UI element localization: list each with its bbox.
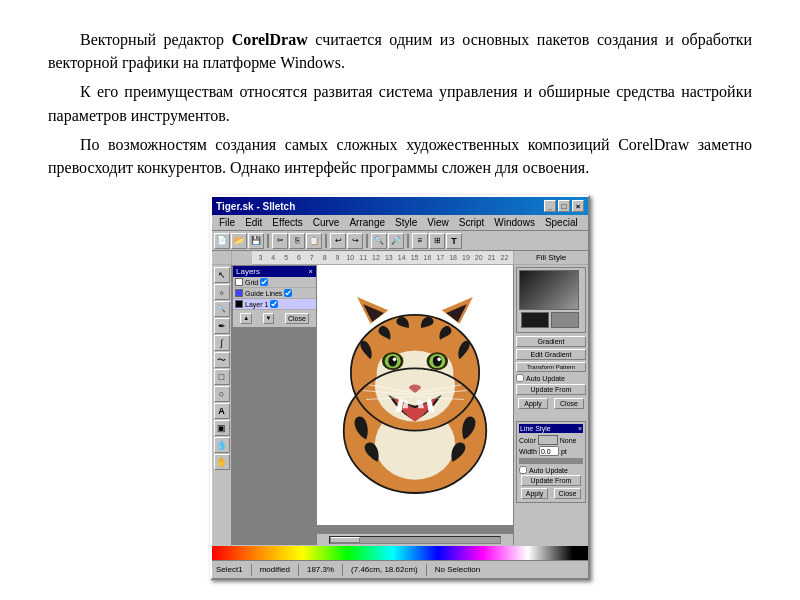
layer-add-btn[interactable]: ▲: [240, 313, 252, 324]
btn-apply[interactable]: Apply: [518, 398, 548, 409]
window-controls[interactable]: _ □ ×: [544, 200, 584, 212]
scroll-thumb-h[interactable]: [330, 537, 360, 543]
line-width-input[interactable]: [539, 446, 559, 456]
layers-row-guide: Guide Lines: [233, 288, 316, 299]
btn-update-from[interactable]: Update From: [516, 384, 586, 395]
tool-text[interactable]: A: [214, 403, 230, 419]
tool-fill[interactable]: ▣: [214, 420, 230, 436]
tool-node[interactable]: ⬦: [214, 284, 230, 300]
ruler-7: 7: [305, 254, 318, 261]
ruler-18: 18: [447, 254, 460, 261]
menu-windows[interactable]: Windows: [489, 217, 540, 228]
tool-zoom[interactable]: 🔍: [214, 301, 230, 317]
ruler-21: 21: [485, 254, 498, 261]
tool-ellipse[interactable]: ○: [214, 386, 230, 402]
p3-text: По возможностям создания самых сложных х…: [48, 136, 752, 176]
line-style-close[interactable]: ×: [578, 425, 582, 432]
fill-swatch-gray[interactable]: [551, 312, 579, 328]
menu-file[interactable]: File: [214, 217, 240, 228]
window-title: Tiger.sk - Slletch: [216, 201, 295, 212]
menu-style[interactable]: Style: [390, 217, 422, 228]
svg-point-15: [433, 356, 442, 367]
line-auto-checkbox[interactable]: [519, 466, 527, 474]
layer-vis-guide[interactable]: [284, 289, 292, 297]
svg-point-16: [393, 358, 397, 362]
tb-new[interactable]: 📄: [214, 233, 230, 249]
line-auto-row: Auto Update: [519, 466, 583, 474]
ruler-horizontal: 3 4 5 6 7 8 9 10 11 12 13 14 15 16: [252, 251, 513, 265]
btn-update-from-line[interactable]: Update From: [521, 475, 581, 486]
menu-view[interactable]: View: [422, 217, 454, 228]
tool-bezier[interactable]: ∫: [214, 335, 230, 351]
menu-special[interactable]: Special: [540, 217, 583, 228]
tool-eyedrop[interactable]: 💧: [214, 437, 230, 453]
scroll-track-h[interactable]: [329, 536, 501, 544]
auto-update-label: Auto Update: [526, 375, 565, 382]
color-palette[interactable]: [212, 546, 588, 560]
btn-edit-gradient[interactable]: Edit Gradient: [516, 349, 586, 360]
ruler-12: 12: [370, 254, 383, 261]
ruler-8: 8: [318, 254, 331, 261]
scrollbar-horizontal[interactable]: [317, 533, 513, 545]
btn-close-line[interactable]: Close: [554, 488, 581, 499]
btn-gradient[interactable]: Gradient: [516, 336, 586, 347]
fill-swatch-black[interactable]: [521, 312, 549, 328]
btn-apply-line[interactable]: Apply: [521, 488, 548, 499]
tb-cut[interactable]: ✂: [272, 233, 288, 249]
layer-vis-1[interactable]: [270, 300, 278, 308]
layers-title: Layers ×: [233, 266, 316, 277]
menu-script[interactable]: Script: [454, 217, 490, 228]
tb-redo[interactable]: ↪: [347, 233, 363, 249]
line-none-label: None: [560, 437, 577, 444]
paragraph-1: Векторный редактор CorelDraw считается о…: [48, 28, 752, 74]
line-color-swatch[interactable]: [538, 435, 558, 445]
tb-undo[interactable]: ↩: [330, 233, 346, 249]
tb-zoom-in[interactable]: 🔍: [371, 233, 387, 249]
status-sep3: [342, 564, 343, 576]
tb-sep4: [407, 234, 409, 248]
tool-rect[interactable]: □: [214, 369, 230, 385]
btn-close-fill[interactable]: Close: [554, 398, 584, 409]
p1-text1: Векторный редактор: [80, 31, 232, 48]
tool-freehand[interactable]: 〜: [214, 352, 230, 368]
tb-text-tool[interactable]: T: [446, 233, 462, 249]
btn-transform-pattern[interactable]: Transform Pattern: [516, 362, 586, 372]
auto-update-checkbox[interactable]: [516, 374, 524, 382]
tb-paste[interactable]: 📋: [306, 233, 322, 249]
line-style-title: Line Style ×: [519, 424, 583, 433]
menu-curve[interactable]: Curve: [308, 217, 345, 228]
tool-hand[interactable]: ✋: [214, 454, 230, 470]
menu-arrange[interactable]: Arrange: [344, 217, 390, 228]
tb-open[interactable]: 📂: [231, 233, 247, 249]
status-sep4: [426, 564, 427, 576]
maximize-button[interactable]: □: [558, 200, 570, 212]
layer-del-btn[interactable]: ▼: [263, 313, 275, 324]
tb-zoom-out[interactable]: 🔎: [388, 233, 404, 249]
tool-select[interactable]: ↖: [214, 267, 230, 283]
tb-save[interactable]: 💾: [248, 233, 264, 249]
layer-vis-grid[interactable]: [260, 278, 268, 286]
line-auto-label: Auto Update: [529, 467, 568, 474]
ruler-corner: [212, 251, 232, 265]
page: Векторный редактор CorelDraw считается о…: [0, 0, 800, 600]
paragraph-3: По возможностям создания самых сложных х…: [48, 133, 752, 179]
status-sep2: [298, 564, 299, 576]
tb-group[interactable]: ⊞: [429, 233, 445, 249]
menu-effects[interactable]: Effects: [267, 217, 307, 228]
layer-color-grid: [235, 278, 243, 286]
menu-edit[interactable]: Edit: [240, 217, 267, 228]
line-apply-close: Apply Close: [519, 487, 583, 500]
ruler-9: 9: [331, 254, 344, 261]
close-button[interactable]: ×: [572, 200, 584, 212]
ruler-10: 10: [344, 254, 357, 261]
tool-pen[interactable]: ✒: [214, 318, 230, 334]
layer-close-btn[interactable]: Close: [285, 313, 309, 324]
line-style-panel: Line Style × Color None Width pt: [516, 421, 586, 503]
ruler-5: 5: [280, 254, 293, 261]
tb-copy[interactable]: ⎘: [289, 233, 305, 249]
tb-align[interactable]: ≡: [412, 233, 428, 249]
layers-close[interactable]: ×: [308, 267, 313, 276]
statusbar: Select1 modified 187.3% (7.46cm, 18.62cm…: [212, 560, 588, 578]
toolbox: ↖ ⬦ 🔍 ✒ ∫ 〜 □ ○ A ▣ 💧 ✋: [212, 265, 232, 545]
minimize-button[interactable]: _: [544, 200, 556, 212]
